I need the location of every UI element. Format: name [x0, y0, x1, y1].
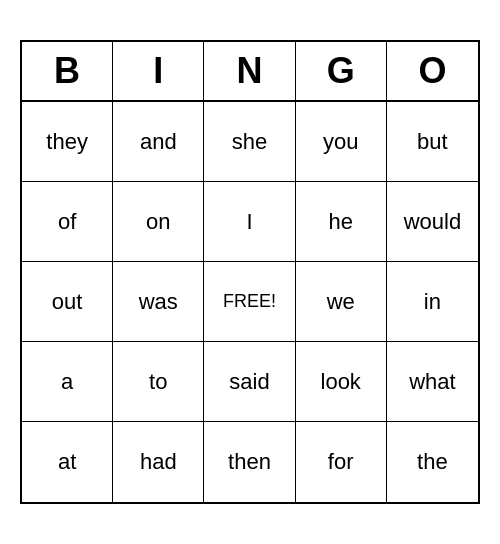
cell-20: at: [22, 422, 113, 502]
header-b: B: [22, 42, 113, 100]
header-n: N: [204, 42, 295, 100]
cell-10: out: [22, 262, 113, 342]
header-g: G: [296, 42, 387, 100]
bingo-card: B I N G O they and she you but of on I h…: [20, 40, 480, 504]
cell-6: on: [113, 182, 204, 262]
cell-1: and: [113, 102, 204, 182]
header-o: O: [387, 42, 478, 100]
cell-3: you: [296, 102, 387, 182]
cell-7: I: [204, 182, 295, 262]
cell-0: they: [22, 102, 113, 182]
cell-4: but: [387, 102, 478, 182]
cell-13: we: [296, 262, 387, 342]
cell-17: said: [204, 342, 295, 422]
header-i: I: [113, 42, 204, 100]
cell-15: a: [22, 342, 113, 422]
cell-5: of: [22, 182, 113, 262]
cell-8: he: [296, 182, 387, 262]
cell-14: in: [387, 262, 478, 342]
cell-16: to: [113, 342, 204, 422]
cell-19: what: [387, 342, 478, 422]
cell-2: she: [204, 102, 295, 182]
bingo-grid: they and she you but of on I he would ou…: [22, 102, 478, 502]
cell-18: look: [296, 342, 387, 422]
cell-11: was: [113, 262, 204, 342]
cell-12-free: FREE!: [204, 262, 295, 342]
cell-21: had: [113, 422, 204, 502]
cell-24: the: [387, 422, 478, 502]
cell-9: would: [387, 182, 478, 262]
cell-22: then: [204, 422, 295, 502]
cell-23: for: [296, 422, 387, 502]
bingo-header: B I N G O: [22, 42, 478, 102]
